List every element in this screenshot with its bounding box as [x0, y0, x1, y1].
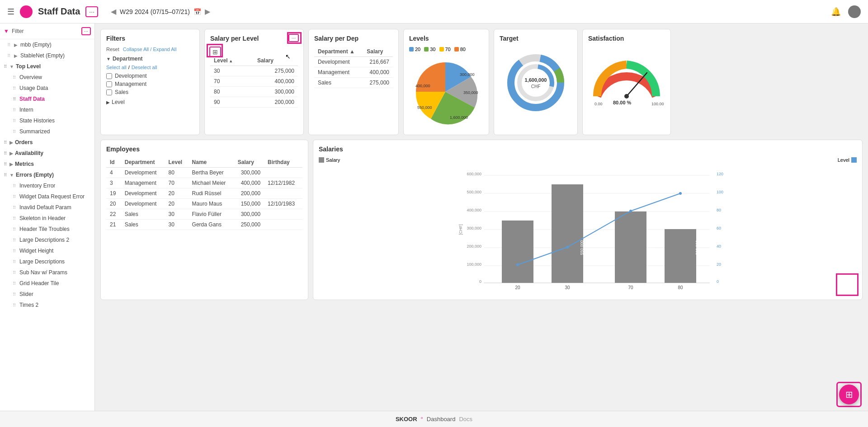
sidebar-item-invalid-default-param[interactable]: ⠿ Inavlid Default Param [0, 202, 94, 213]
salary-legend-dot [319, 157, 324, 163]
bottom-widget-row: Employees Id Department Level Name Salar… [100, 140, 863, 300]
fab-button[interactable]: ⊞ [839, 385, 859, 404]
sidebar-item-label: StableNet (Empty) [20, 52, 65, 59]
svg-text:40: 40 [717, 244, 721, 249]
sidebar-item-summarized[interactable]: ⠿ Summarized [0, 126, 94, 137]
prev-week-button[interactable]: ◀ [111, 7, 116, 16]
sidebar-item-grid-header-tile[interactable]: ⠿ Grid Header Tile [0, 278, 94, 289]
sidebar-item-label: Grid Header Tile [19, 280, 59, 286]
salary-dep-col-header[interactable]: Salary [363, 47, 393, 57]
svg-text:100,000: 100,000 [467, 262, 481, 267]
sidebar-item-widget-data-request-error[interactable]: ⠿ Widget Data Request Error [0, 191, 94, 202]
levels-widget: Levels 20 30 70 [403, 29, 489, 135]
sidebar-item-slider[interactable]: ⠿ Slider [0, 289, 94, 300]
sidebar-item-inventory-error[interactable]: ⠿ Inventory Error [0, 180, 94, 191]
svg-text:30: 30 [565, 285, 570, 290]
svg-text:350,000: 350,000 [463, 90, 478, 95]
drag-handle-icon: ⠿ [13, 75, 16, 80]
sidebar-item-orders[interactable]: ⠿ ▶ Orders [0, 137, 94, 148]
svg-text:1,600,000: 1,600,000 [450, 115, 468, 120]
salary-level-more-button[interactable]: ··· [288, 34, 299, 42]
sidebar-item-header-tile-troubles[interactable]: ⠿ Header Tile Troubles [0, 224, 94, 235]
menu-icon[interactable]: ☰ [7, 7, 14, 17]
salary-level-row: 90200,000 [210, 97, 298, 108]
sidebar-item-sub-nav-params[interactable]: ⠿ Sub Nav w/ Params [0, 267, 94, 278]
level-filter-group[interactable]: ▶ Level [106, 99, 194, 105]
docs-link[interactable]: Docs [459, 416, 472, 422]
salary-level-grid-button[interactable]: ⊞ [209, 47, 221, 57]
deselect-all-button[interactable]: Deselect all [132, 65, 157, 70]
salary-level-table: Level Salary 30275,00070400,00080300,000… [210, 56, 298, 108]
top-widget-row: Filters Reset Collapse All / Expand All … [100, 29, 863, 135]
svg-text:0: 0 [717, 279, 719, 284]
svg-text:80: 80 [678, 285, 683, 290]
drag-handle-icon: ⠿ [7, 42, 10, 47]
sidebar-item-usage-data[interactable]: ⠿ Usage Data [0, 83, 94, 94]
salary-col[interactable]: Salary [234, 157, 264, 168]
development-checkbox[interactable] [106, 73, 112, 79]
drag-handle-icon: ⠿ [13, 259, 16, 264]
sidebar-item-staff-data[interactable]: ⠿ Staff Data [0, 94, 94, 104]
sidebar-item-mbb[interactable]: ⠿ ▶ mbb (Empty) [0, 39, 94, 50]
salaries-widget: Salaries Salary Level 600,000 500,000 [313, 140, 863, 300]
filters-title: Filters [106, 35, 194, 42]
user-avatar[interactable] [848, 5, 861, 18]
drag-handle-icon: ⠿ [4, 140, 7, 145]
sidebar-item-intern[interactable]: ⠿ Intern [0, 104, 94, 115]
dept-col-header[interactable]: Department ▲ [314, 47, 363, 57]
sidebar-item-top-level[interactable]: ⠿ ▼ Top Level [0, 61, 94, 72]
sidebar-item-overview[interactable]: ⠿ Overview [0, 72, 94, 83]
drag-handle-icon: ⠿ [13, 97, 16, 102]
svg-text:120: 120 [717, 172, 723, 176]
levels-legend: 20 30 70 80 [409, 47, 483, 52]
sales-checkbox[interactable] [106, 89, 112, 95]
salary-col-header[interactable]: Salary [254, 56, 298, 66]
sidebar-item-state-histories[interactable]: ⠿ State Histories [0, 115, 94, 126]
sidebar-item-metrics[interactable]: ⠿ ▶ Metrics [0, 159, 94, 169]
level-line [518, 193, 680, 265]
filters-reset-row: Reset Collapse All / Expand All [106, 47, 194, 52]
filter-checkbox-management[interactable]: Management [106, 81, 194, 87]
management-checkbox[interactable] [106, 81, 112, 87]
title-more-button[interactable]: ··· [85, 6, 98, 17]
filters-collapse-button[interactable]: Collapse All / Expand All [123, 47, 177, 52]
notifications-bell-icon[interactable]: 🔔 [831, 7, 841, 17]
drag-handle-icon: ⠿ [13, 86, 16, 91]
main-layout: ▼ Filter ··· ⠿ ▶ mbb (Empty) ⠿ ▶ StableN… [0, 23, 868, 411]
topbar-right: 🔔 [831, 5, 861, 18]
legend-30-dot [424, 47, 429, 52]
target-donut-chart: 1,600,000 CHF [500, 47, 572, 119]
drag-handle-icon: ⠿ [13, 292, 16, 297]
svg-text:CHF: CHF [531, 84, 541, 89]
sidebar-item-large-descriptions[interactable]: ⠿ Large Descriptions [0, 256, 94, 267]
filters-reset-button[interactable]: Reset [106, 47, 119, 52]
svg-text:60: 60 [717, 226, 721, 230]
sidebar-item-skeleton-in-header[interactable]: ⠿ Skeleton in Header [0, 213, 94, 224]
id-col[interactable]: Id [106, 157, 121, 168]
level-legend-item: Level [838, 157, 857, 163]
sidebar-item-availability[interactable]: ⠿ ▶ Availability [0, 148, 94, 159]
dept-col[interactable]: Department [121, 157, 165, 168]
level-col[interactable]: Level [165, 157, 189, 168]
filter-checkbox-sales[interactable]: Sales [106, 89, 194, 95]
drag-handle-icon: ⠿ [4, 162, 7, 167]
birthday-col[interactable]: Birthday [264, 157, 302, 168]
salaries-legend: Salary Level [319, 157, 857, 163]
name-col[interactable]: Name [189, 157, 234, 168]
app-logo [20, 5, 33, 18]
sidebar-more-button[interactable]: ··· [81, 27, 91, 35]
sidebar-item-stablenet[interactable]: ⠿ ▶ StableNet (Empty) [0, 50, 94, 61]
expand-level-icon: ▶ [106, 100, 110, 105]
next-week-button[interactable]: ▶ [205, 7, 210, 16]
legend-20: 20 [409, 47, 420, 52]
collapse-icon: ▼ [9, 173, 14, 178]
select-all-button[interactable]: Select all [106, 65, 127, 70]
sidebar-item-errors[interactable]: ⠿ ▼ Errors (Empty) [0, 169, 94, 180]
filter-label: Filter [12, 28, 79, 34]
employee-row: 3Management70Michael Meier400,00012/12/1… [106, 178, 302, 188]
calendar-icon[interactable]: 📅 [193, 8, 201, 15]
sidebar-item-large-descriptions-2[interactable]: ⠿ Large Descriptions 2 [0, 235, 94, 245]
sidebar-item-times-2[interactable]: ⠿ Times 2 [0, 300, 94, 310]
filter-checkbox-development[interactable]: Development [106, 73, 194, 79]
sidebar-item-widget-height[interactable]: ⠿ Widget Height [0, 245, 94, 256]
